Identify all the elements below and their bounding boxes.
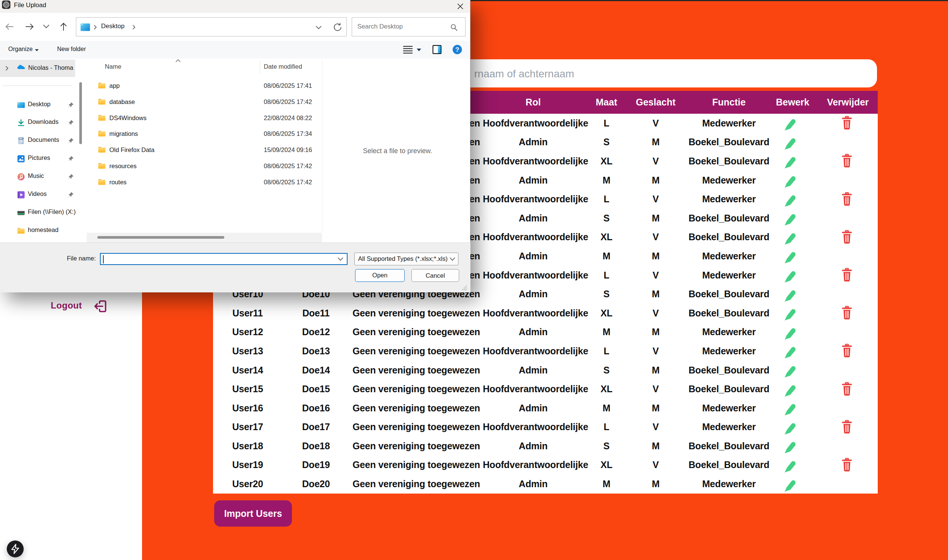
svg-text:?: ? xyxy=(455,46,459,53)
